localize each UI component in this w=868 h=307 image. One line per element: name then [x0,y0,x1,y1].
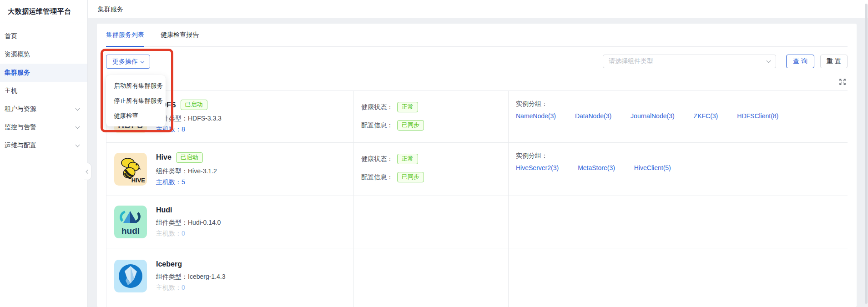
cluster-services-card: 集群服务列表 健康检查报告 更多操作 请选择组件类型 查 询 重 置 HDFS [97,24,857,307]
menu-item-start-all-services[interactable]: 启动所有集群服务 [106,78,166,93]
sidebar-item-home[interactable]: 首页 [0,27,87,45]
service-name: Iceberg [156,260,182,268]
page-header: 集群服务 [88,0,868,18]
sidebar-item-hosts[interactable]: 主机 [0,82,87,100]
hudi-logo: hudi [114,206,147,238]
tab-health-check-report[interactable]: 健康检查报告 [161,24,199,47]
iceberg-graphic [114,260,147,292]
hive-logo: HIVE [114,153,147,186]
select-placeholder: 请选择组件类型 [609,57,767,65]
sidebar-item-tenants-resources[interactable]: 租户与资源 [0,100,87,118]
instance-group-link[interactable]: JournalNode(3) [631,112,675,120]
service-table: HDFS HDFS 已启动 组件类型：HDFS-3.3.3 主机数：8 健康状态… [106,91,848,307]
table-row-partial [106,304,848,307]
host-count-disabled: 主机数：0 [156,229,221,238]
config-badge: 已同步 [397,120,424,131]
sidebar-menu: 首页 资源概览 集群服务 主机 租户与资源 监控与告警 运维与配置 [0,22,87,155]
app-title: 大数据运维管理平台 [0,0,87,22]
filter-bar: 请选择组件类型 查 询 重 置 [603,55,848,68]
tab-cluster-service-list[interactable]: 集群服务列表 [106,24,144,47]
chevron-down-icon [76,106,80,111]
table-row-hive[interactable]: HIVE Hive 已启动 组件类型：Hive-3.1.2 主机数：5 健康状态… [106,142,848,196]
chevron-down-icon [141,59,144,63]
instance-group-link[interactable]: ZKFC(3) [694,112,718,120]
service-name: Hudi [156,206,172,214]
instance-group-link[interactable]: HiveServer2(3) [516,164,559,171]
instance-group-link[interactable]: MetaStore(3) [578,164,615,171]
reset-button[interactable]: 重 置 [820,55,848,68]
menu-item-stop-all-services[interactable]: 停止所有集群服务 [106,93,166,108]
table-row-hdfs[interactable]: HDFS HDFS 已启动 组件类型：HDFS-3.3.3 主机数：8 健康状态… [106,91,848,142]
sidebar-item-monitor-alerts[interactable]: 监控与告警 [0,118,87,136]
hudi-graphic [114,206,147,228]
instance-group-link[interactable]: HiveClient(5) [634,164,671,171]
chevron-down-icon [76,125,80,129]
sidebar: 大数据运维管理平台 首页 资源概览 集群服务 主机 租户与资源 监控与告警 运维… [0,0,88,307]
component-type-select[interactable]: 请选择组件类型 [603,55,776,68]
instance-group-link[interactable]: HDFSClient(8) [737,112,778,120]
service-name: Hive [156,153,172,161]
fullscreen-icon[interactable] [838,78,847,86]
sidebar-item-ops-config[interactable]: 运维与配置 [0,136,87,155]
status-badge: 已启动 [176,152,203,163]
table-row-hudi[interactable]: hudi Hudi 组件类型：Hudi-0.14.0 主机数：0 [106,196,848,248]
more-actions-dropdown: 启动所有集群服务 停止所有集群服务 健康检查 [106,75,166,126]
instance-group-link[interactable]: NameNode(3) [516,112,556,120]
tab-bar: 集群服务列表 健康检查报告 [106,24,848,47]
iceberg-logo [114,260,147,292]
host-count-disabled: 主机数：0 [156,283,226,292]
status-badge: 已启动 [181,100,207,110]
scrollbar[interactable] [865,4,868,304]
more-actions-button[interactable]: 更多操作 [106,55,150,69]
chevron-down-icon [767,59,771,63]
sidebar-item-cluster-services[interactable]: 集群服务 [0,64,87,82]
health-badge: 正常 [397,154,418,164]
health-badge: 正常 [397,102,418,112]
host-count-link[interactable]: 主机数：8 [156,125,222,134]
chevron-left-icon [86,169,91,174]
page-title: 集群服务 [98,0,123,18]
sidebar-item-resource-overview[interactable]: 资源概览 [0,45,87,64]
query-button[interactable]: 查 询 [786,55,814,68]
table-row-iceberg[interactable]: Iceberg 组件类型：Iceberg-1.4.3 主机数：0 [106,248,848,304]
host-count-link[interactable]: 主机数：5 [156,177,217,186]
sidebar-collapse-handle[interactable] [84,163,91,180]
chevron-down-icon [76,143,80,147]
instance-group-link[interactable]: DataNode(3) [575,112,611,120]
config-badge: 已同步 [397,172,424,182]
menu-item-health-check[interactable]: 健康检查 [106,108,166,123]
